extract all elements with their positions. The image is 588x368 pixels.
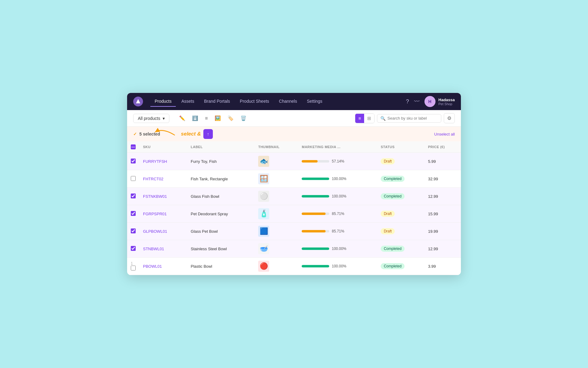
toolbar-actions: ✏️ ⬇️ ≡ 🖼️ 🏷️ 🗑️ [177, 113, 249, 123]
row-price: 19.99 [424, 223, 461, 240]
row-sku[interactable]: FURRYTFSH [139, 153, 187, 170]
annotation-upload-button[interactable]: ↑ [203, 129, 213, 139]
th-price: PRICE (€) [424, 141, 461, 153]
search-input[interactable] [387, 116, 438, 121]
progress-bar-background [302, 247, 329, 250]
view-toggle: ≡ ⊞ [355, 113, 375, 123]
top-nav: Products Assets Brand Portals Product Sh… [127, 93, 461, 110]
list-view-button[interactable]: ≡ [355, 114, 364, 123]
th-label: LABEL [187, 141, 254, 153]
row-status: Completed [377, 258, 424, 275]
annotation-text: select & [181, 131, 201, 137]
row-thumbnail: 🪟 [254, 170, 298, 188]
row-sku[interactable]: FGRPSPR01 [139, 205, 187, 223]
user-badge[interactable]: H Hadassa Pet Shop [424, 96, 455, 107]
row-status: Draft [377, 205, 424, 223]
selection-bar: ✓ 5 selected select & ↑ Uns [127, 127, 461, 141]
progress-percent: 100.00% [332, 247, 346, 251]
thumbnail-image: 🪟 [258, 173, 269, 184]
row-price: 15.99 [424, 205, 461, 223]
row-progress: 85.71% [298, 205, 377, 223]
row-checkbox-cell [127, 240, 139, 258]
grid-icon: ⊞ [367, 116, 371, 121]
search-box: 🔍 [377, 114, 441, 123]
selected-count: 5 selected [139, 132, 160, 136]
unselect-all-button[interactable]: Unselect all [434, 132, 455, 136]
row-checkbox-cell [127, 223, 139, 240]
row-thumbnail: 🟦 [254, 223, 298, 240]
row-checkbox[interactable] [131, 246, 136, 251]
trash-icon: 🗑️ [240, 115, 247, 121]
status-badge: Completed [381, 263, 405, 269]
th-marketing-media: MARKETING MEDIA ... [298, 141, 377, 153]
filter-button[interactable]: ⚙ [444, 113, 455, 123]
edit-button[interactable]: ✏️ [177, 113, 188, 123]
table-row: FSTNKBW01Glass Fish Bowl⚪100.00%Complete… [127, 188, 461, 205]
download-button[interactable]: ⬇️ [190, 113, 201, 123]
row-sku[interactable]: STNBWL01 [139, 240, 187, 258]
nav-link-settings[interactable]: Settings [303, 96, 327, 107]
row-checkbox[interactable] [131, 194, 136, 198]
nav-link-assets[interactable]: Assets [177, 96, 198, 107]
row-checkbox-cell [127, 205, 139, 223]
row-sku[interactable]: GLPBOWL01 [139, 223, 187, 240]
progress-bar-fill [302, 160, 317, 163]
status-badge: Draft [381, 211, 395, 217]
nav-link-product-sheets[interactable]: Product Sheets [236, 96, 273, 107]
row-label: Plastic Bowl [187, 258, 254, 275]
row-sku[interactable]: PBOWL01 [139, 258, 187, 275]
pencil-icon: ✏️ [179, 115, 185, 121]
header-checkbox[interactable]: — [131, 144, 136, 149]
row-sku[interactable]: FHTRCT02 [139, 170, 187, 188]
grid-view-button[interactable]: ⊞ [364, 114, 374, 123]
table-row: FHTRCT02Fish Tank, Rectangle🪟100.00%Comp… [127, 170, 461, 188]
row-checkbox[interactable] [131, 176, 136, 181]
status-badge: Draft [381, 228, 395, 234]
download-icon: ⬇️ [192, 115, 198, 121]
row-thumbnail: 🐟 [254, 153, 298, 170]
status-badge: Completed [381, 193, 405, 199]
row-sku[interactable]: FSTNKBW01 [139, 188, 187, 205]
progress-bar-fill [302, 230, 325, 232]
user-shop: Pet Shop [439, 102, 455, 106]
row-checkbox[interactable] [131, 211, 136, 216]
filter-icon: ⚙ [447, 116, 451, 121]
thumbnail-image: 🔴 [258, 261, 269, 272]
progress-bar-background [302, 265, 329, 267]
tag-button[interactable]: 🏷️ [225, 113, 236, 123]
chevron-down-icon: ▾ [163, 116, 165, 121]
row-price: 32.99 [424, 170, 461, 188]
progress-bar-background [302, 213, 329, 215]
row-number: 1 [131, 261, 133, 266]
delete-button[interactable]: 🗑️ [238, 113, 249, 123]
row-checkbox[interactable] [131, 228, 136, 233]
status-badge: Completed [381, 176, 405, 182]
toolbar: All products ▾ ✏️ ⬇️ ≡ 🖼️ 🏷️ 🗑️ [127, 110, 461, 127]
columns-button[interactable]: ≡ [202, 113, 210, 123]
logo [133, 97, 143, 106]
row-checkbox[interactable] [131, 159, 136, 163]
upload-icon: ↑ [207, 132, 209, 136]
selection-info: ✓ 5 selected select & ↑ [133, 129, 213, 139]
columns-icon: ≡ [205, 116, 208, 121]
tag-icon: 🏷️ [228, 115, 234, 121]
nav-link-channels[interactable]: Channels [275, 96, 301, 107]
nav-link-brand-portals[interactable]: Brand Portals [200, 96, 234, 107]
image-button[interactable]: 🖼️ [212, 113, 223, 123]
progress-percent: 85.71% [332, 229, 346, 233]
progress-percent: 100.00% [332, 194, 346, 198]
analytics-button[interactable]: 〰 [414, 98, 420, 105]
row-progress: 100.00% [298, 188, 377, 205]
row-progress: 100.00% [298, 258, 377, 275]
toolbar-right: ≡ ⊞ 🔍 ⚙ [355, 113, 455, 123]
row-thumbnail: 🥣 [254, 240, 298, 258]
row-label: Fish Tank, Rectangle [187, 170, 254, 188]
checkmark-icon: ✓ [133, 132, 137, 136]
thumbnail-image: 🧴 [258, 208, 269, 219]
row-label: Glass Fish Bowl [187, 188, 254, 205]
all-products-dropdown[interactable]: All products ▾ [133, 114, 169, 123]
row-checkbox[interactable] [131, 266, 136, 270]
help-button[interactable]: ? [406, 98, 409, 105]
nav-link-products[interactable]: Products [150, 96, 176, 107]
list-icon: ≡ [358, 116, 361, 121]
